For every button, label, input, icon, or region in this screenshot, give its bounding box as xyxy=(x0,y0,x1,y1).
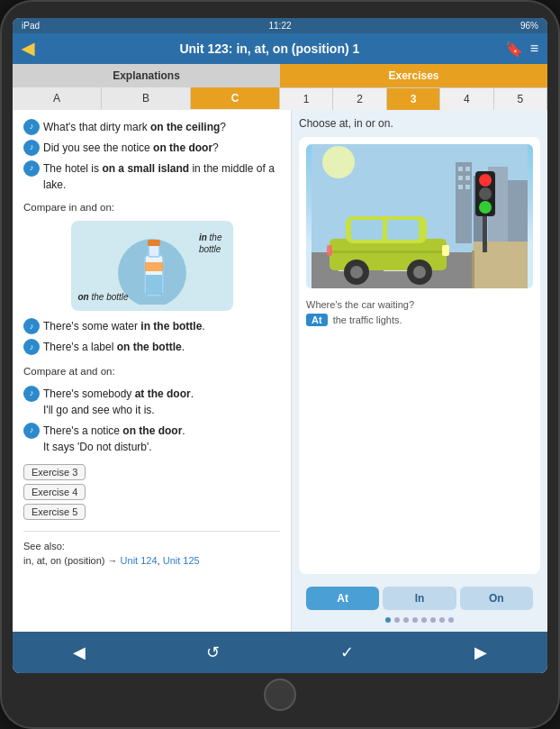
see-also: See also: in, at, on (position) → Unit 1… xyxy=(23,539,280,569)
bottle-sentence-1: ♪ There's some water in the bottle. xyxy=(23,318,280,334)
title-bar: ◀ Unit 123: in, at, on (position) 1 🔖 ≡ xyxy=(13,33,547,64)
at-sentence-2-text: There's a notice on the door.It says 'Do… xyxy=(43,423,185,455)
bottle-diagram: in thebottle on the bottle xyxy=(71,221,233,311)
back-button[interactable]: ◀ xyxy=(22,39,34,59)
audio-icon-2[interactable]: ♪ xyxy=(23,140,40,156)
bottle-sentence-1-text: There's some water in the bottle. xyxy=(43,318,205,334)
sentence-2-text: Did you see the notice on the door? xyxy=(43,140,219,156)
at-sentence-1: ♪ There's somebody at the door.I'll go a… xyxy=(23,386,280,418)
question-area: Where's the car waiting? At the traffic … xyxy=(306,296,533,330)
tab-ex4[interactable]: 4 xyxy=(440,87,493,110)
see-also-text: in, at, on (position) → xyxy=(23,555,121,566)
tab-ex1[interactable]: 1 xyxy=(280,87,333,110)
answer-text: the traffic lights. xyxy=(333,314,402,325)
btn-in[interactable]: In xyxy=(383,587,456,610)
svg-rect-3 xyxy=(148,240,160,246)
unit-125-link[interactable]: Unit 125 xyxy=(163,555,200,566)
page-title: Unit 123: in, at, on (position) 1 xyxy=(41,41,498,56)
check-button[interactable]: ✓ xyxy=(326,639,368,666)
next-button[interactable]: ▶ xyxy=(460,639,501,666)
dot-2 xyxy=(394,617,400,623)
svg-rect-21 xyxy=(474,241,528,288)
exercise-card: Where's the car waiting? At the traffic … xyxy=(299,137,540,574)
answer-area: At the traffic lights. xyxy=(306,314,533,326)
progress-dots xyxy=(299,615,540,624)
left-panel: ♪ What's that dirty mark on the ceiling?… xyxy=(13,110,292,632)
svg-rect-16 xyxy=(458,185,463,189)
sentence-2: ♪ Did you see the notice on the door? xyxy=(23,140,280,156)
dot-7 xyxy=(439,617,445,623)
content-area: ♪ What's that dirty mark on the ceiling?… xyxy=(13,110,547,632)
refresh-button[interactable]: ↺ xyxy=(192,639,234,666)
sentence-3-text: The hotel is on a small island in the mi… xyxy=(43,160,280,193)
svg-rect-12 xyxy=(458,167,463,171)
prev-button[interactable]: ◀ xyxy=(59,639,100,666)
compare-in-on-label: Compare in and on: xyxy=(23,200,280,215)
question-text: Where's the car waiting? xyxy=(306,299,533,310)
svg-point-25 xyxy=(479,174,492,187)
dot-4 xyxy=(412,617,418,623)
audio-icon-4[interactable]: ♪ xyxy=(23,318,40,334)
sentence-1-text: What's that dirty mark on the ceiling? xyxy=(43,119,226,135)
explanation-subtabs: A B C xyxy=(13,87,280,109)
explanations-section: Explanations A B C xyxy=(13,64,280,110)
sentence-1: ♪ What's that dirty mark on the ceiling? xyxy=(23,119,280,135)
tab-ex3[interactable]: 3 xyxy=(387,87,440,110)
see-also-links: in, at, on (position) → Unit 124, Unit 1… xyxy=(23,555,200,566)
svg-point-7 xyxy=(322,146,355,178)
exercise-5-btn[interactable]: Exercise 5 xyxy=(23,504,86,520)
answer-buttons: At In On xyxy=(299,581,540,615)
exercises-section: Exercises 1 2 3 4 5 xyxy=(280,64,547,110)
exercise-buttons-area: Exercise 3 Exercise 4 Exercise 5 xyxy=(23,464,280,524)
exercise-3-btn[interactable]: Exercise 3 xyxy=(23,464,86,480)
audio-icon-1[interactable]: ♪ xyxy=(23,119,40,135)
svg-rect-30 xyxy=(351,220,383,240)
status-time: 11:22 xyxy=(268,21,291,31)
ipad-frame: iPad 11:22 96% ◀ Unit 123: in, at, on (p… xyxy=(0,0,560,729)
nav-bar: ◀ ↺ ✓ ▶ xyxy=(13,632,547,673)
bottle-sentence-2-text: There's a label on the bottle. xyxy=(43,339,185,355)
tab-b[interactable]: B xyxy=(102,87,191,109)
audio-icon-5[interactable]: ♪ xyxy=(23,339,40,355)
status-ipad: iPad xyxy=(22,21,40,31)
svg-rect-5 xyxy=(145,262,163,271)
menu-icon[interactable]: ≡ xyxy=(530,41,538,58)
svg-point-27 xyxy=(479,201,492,214)
svg-rect-22 xyxy=(472,251,474,288)
audio-icon-6[interactable]: ♪ xyxy=(23,386,40,402)
tab-a[interactable]: A xyxy=(13,87,102,109)
dot-3 xyxy=(403,617,409,623)
bookmark-icon[interactable]: 🔖 xyxy=(505,41,523,58)
unit-124-link[interactable]: Unit 124 xyxy=(121,555,158,566)
btn-on[interactable]: On xyxy=(460,587,533,610)
audio-icon-7[interactable]: ♪ xyxy=(23,423,40,439)
answer-pill: At xyxy=(306,314,328,326)
svg-rect-14 xyxy=(458,176,463,180)
explanations-label: Explanations xyxy=(13,64,280,87)
tab-ex5[interactable]: 5 xyxy=(494,87,547,110)
tab-c[interactable]: C xyxy=(191,87,280,109)
audio-icon-3[interactable]: ♪ xyxy=(23,160,40,177)
svg-rect-4 xyxy=(146,275,162,295)
exercises-label: Exercises xyxy=(280,64,547,87)
compare-at-on-label: Compare at and on: xyxy=(23,364,280,379)
exercise-4-btn[interactable]: Exercise 4 xyxy=(23,484,86,500)
instruction-text: Choose at, in or on. xyxy=(299,117,540,130)
svg-rect-38 xyxy=(327,245,332,256)
svg-rect-32 xyxy=(330,251,447,253)
svg-rect-17 xyxy=(465,185,470,189)
dot-8 xyxy=(448,617,454,623)
home-button[interactable] xyxy=(264,679,296,711)
svg-rect-37 xyxy=(442,245,449,256)
tabs-row: Explanations A B C Exercises 1 2 3 4 5 xyxy=(13,64,547,110)
bottle-sentence-2: ♪ There's a label on the bottle. xyxy=(23,339,280,355)
status-battery: 96% xyxy=(520,21,538,31)
divider xyxy=(23,531,280,532)
tab-ex2[interactable]: 2 xyxy=(333,87,386,110)
dot-6 xyxy=(430,617,436,623)
btn-at[interactable]: At xyxy=(306,587,379,610)
label-in: in thebottle xyxy=(199,232,222,255)
svg-rect-2 xyxy=(149,244,159,257)
at-sentence-2: ♪ There's a notice on the door.It says '… xyxy=(23,423,280,455)
svg-rect-13 xyxy=(465,167,470,171)
